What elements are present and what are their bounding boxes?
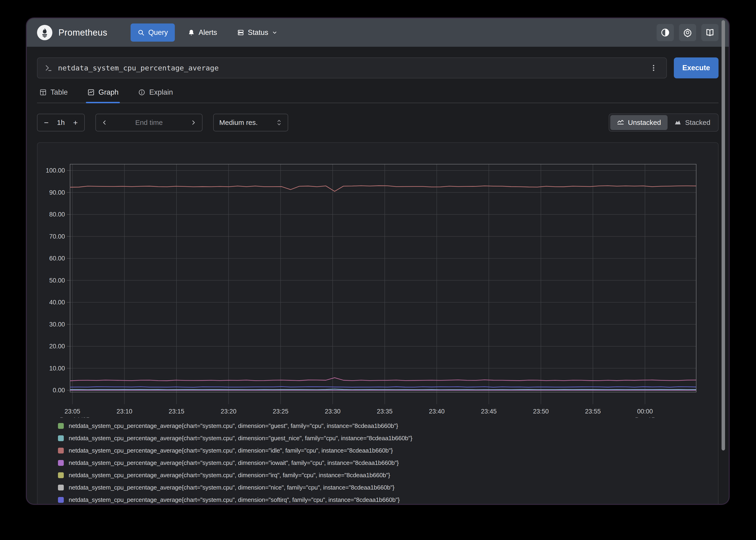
svg-text:23:05: 23:05 [65,408,80,415]
tab-explain[interactable]: Explain [137,88,174,102]
nav-item-status[interactable]: Status [230,24,284,42]
tab-table[interactable]: Table [38,88,69,102]
legend-swatch-icon [58,460,64,466]
legend-item[interactable]: netdata_system_cpu_percentage_average{ch… [58,460,718,466]
unstacked-option[interactable]: Unstacked [610,115,667,130]
stacking-toggle: Unstacked Stacked [609,113,718,132]
legend-label: netdata_system_cpu_percentage_average{ch… [69,484,395,491]
svg-text:80.00: 80.00 [49,211,65,218]
end-time-placeholder: End time [135,119,163,126]
nav-item-label: Status [248,28,269,37]
svg-text:23:50: 23:50 [533,408,549,415]
range-value[interactable]: 1h [57,119,65,126]
legend-item[interactable]: netdata_system_cpu_percentage_average{ch… [58,448,718,454]
svg-text:70.00: 70.00 [49,233,65,240]
time-forward-button[interactable] [190,119,196,126]
prometheus-logo-icon [37,25,52,40]
terminal-prompt-icon [45,64,52,72]
legend-label: netdata_system_cpu_percentage_average{ch… [69,472,390,479]
legend-swatch-icon [58,435,64,441]
legend-label: netdata_system_cpu_percentage_average{ch… [69,447,393,454]
query-expression-text: netdata_system_cpu_percentage_average [58,64,219,72]
legend-item[interactable]: netdata_system_cpu_percentage_average{ch… [58,435,718,441]
svg-text:40.00: 40.00 [49,299,65,306]
query-options-button[interactable] [648,64,660,72]
legend-item[interactable]: netdata_system_cpu_percentage_average{ch… [58,472,718,478]
tab-label: Explain [149,88,173,96]
legend-swatch-icon [58,423,64,429]
app-title: Prometheus [59,28,107,38]
chevron-left-icon [101,119,107,126]
tab-graph[interactable]: Graph [86,88,120,102]
settings-button[interactable] [679,24,696,41]
theme-toggle-button[interactable] [657,24,674,41]
end-time-picker[interactable]: End time [95,114,203,131]
documentation-button[interactable] [701,24,718,41]
svg-text:10.00: 10.00 [49,365,65,372]
query-row: netdata_system_cpu_percentage_average Ex… [37,58,718,78]
search-icon [137,29,144,36]
legend-item[interactable]: netdata_system_cpu_percentage_average{ch… [58,423,718,429]
stacked-label: Stacked [685,119,710,126]
info-icon [138,88,145,96]
legend-swatch-icon [58,472,64,478]
legend-label: netdata_system_cpu_percentage_average{ch… [69,459,399,467]
unstacked-label: Unstacked [628,119,661,126]
navbar: Prometheus Query Alerts [27,18,729,47]
graph-icon [87,88,95,96]
svg-text:23:45: 23:45 [481,408,497,415]
chart-legend: netdata_system_cpu_percentage_average{ch… [38,418,718,503]
svg-text:20.00: 20.00 [49,343,65,350]
resolution-value: Medium res. [219,119,258,126]
navbar-actions [657,24,718,41]
svg-text:50.00: 50.00 [49,277,65,284]
svg-text:23:30: 23:30 [325,408,340,415]
range-control: − 1h + [37,114,85,131]
graph-controls: − 1h + End time Medium res. Un [37,113,718,132]
resolution-select[interactable]: Medium res. [213,114,288,131]
query-expression-input[interactable]: netdata_system_cpu_percentage_average [37,58,667,78]
svg-text:23:15: 23:15 [168,408,184,415]
svg-text:23:40: 23:40 [429,408,445,415]
svg-text:23:35: 23:35 [377,408,393,415]
legend-label: netdata_system_cpu_percentage_average{ch… [69,422,398,430]
legend-item[interactable]: netdata_system_cpu_percentage_average{ch… [58,497,718,503]
svg-text:0.00: 0.00 [53,387,65,394]
nav-item-query[interactable]: Query [130,24,175,42]
chevron-down-icon [272,30,278,35]
time-back-button[interactable] [101,119,107,126]
book-icon [705,28,714,37]
chevron-right-icon [190,119,196,126]
scrollbar[interactable] [721,20,725,451]
legend-swatch-icon [58,485,64,490]
nav-item-label: Query [148,28,168,37]
time-series-chart[interactable]: 0.0010.0020.0030.0040.0050.0060.0070.008… [38,157,718,418]
table-icon [39,88,47,96]
area-chart-icon [674,119,681,126]
server-icon [237,29,244,36]
svg-text:23:55: 23:55 [585,408,601,415]
svg-text:Dec 14 '25: Dec 14 '25 [60,416,90,418]
execute-button[interactable]: Execute [674,58,718,78]
kebab-menu-icon [650,64,658,72]
legend-item[interactable]: netdata_system_cpu_percentage_average{ch… [58,484,718,490]
stacked-option[interactable]: Stacked [667,115,717,130]
legend-swatch-icon [58,448,64,454]
svg-text:00:00: 00:00 [637,408,653,415]
gear-icon [683,28,692,37]
tab-label: Table [51,88,68,96]
svg-text:60.00: 60.00 [49,255,65,262]
nav-item-alerts[interactable]: Alerts [181,24,224,42]
bell-icon [188,29,195,36]
tab-label: Graph [98,88,118,96]
legend-label: netdata_system_cpu_percentage_average{ch… [69,496,400,503]
svg-text:30.00: 30.00 [49,321,65,328]
legend-label: netdata_system_cpu_percentage_average{ch… [69,435,412,442]
legend-swatch-icon [58,497,64,503]
range-decrease-button[interactable]: − [44,119,49,126]
contrast-icon [661,28,670,37]
result-tabs: Table Graph Explain [37,88,718,103]
range-increase-button[interactable]: + [73,119,78,126]
graph-panel: 0.0010.0020.0030.0040.0050.0060.0070.008… [37,142,718,505]
svg-text:100.00: 100.00 [46,167,65,174]
